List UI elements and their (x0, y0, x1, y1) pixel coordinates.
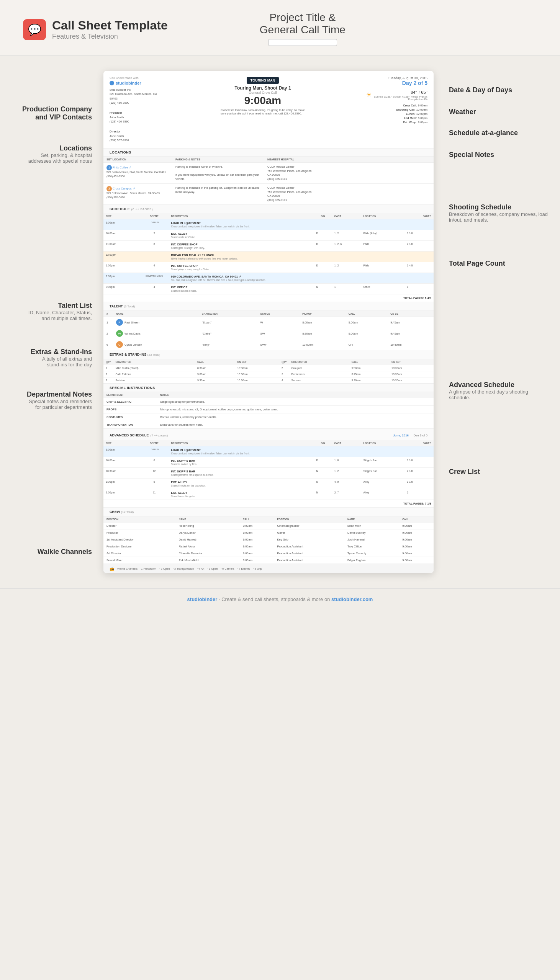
cs-special-col-notes: NOTES (157, 392, 433, 398)
cs-set-notes: Closed set tomorrow. Non-smoking, it's g… (221, 108, 305, 115)
table-row: 1 Mike Curtis (Stuart) 8:30am 10:30am 5 … (103, 365, 433, 371)
cs-shooting-call: Shooting Call: 10:00am (366, 108, 427, 111)
cs-adv-col-cast: CAST (332, 440, 361, 446)
cs-schedule-glance: Crew Call: 9:00am Shooting Call: 10:00am… (366, 104, 427, 124)
cs-crew-5-pos1: Art Director (103, 550, 176, 557)
cs-loc-col-set: SET LOCATION (103, 156, 172, 163)
cs-adv-desc-5: EXT. ALLEY Stuart tunes his guitar. (168, 489, 314, 500)
cs-extras-3-char1: Baristas (113, 377, 195, 384)
cs-extras-3-call1: 9:30am (195, 377, 235, 384)
cs-extras-3-qty2: 4 (279, 377, 289, 384)
cs-est-wrap: Est. Wrap: 8:00pm (366, 121, 427, 124)
cs-loc-2-name: Cross Campus ↗ (113, 187, 135, 190)
cs-sched-desc-6: 929 COLORADO AVE, SANTA MONICA, CA 90401… (168, 273, 314, 284)
cs-crew-5-pos2: Production Assistant (274, 550, 344, 557)
table-row: PROPS Microphones x3, mic stand x3, Dj e… (103, 406, 433, 414)
cs-sched-loc-7: Office (361, 284, 405, 294)
cs-extras-2-qty1: 2 (103, 371, 113, 377)
cs-sched-pages-7: 1 (405, 284, 433, 294)
cs-extras-1-call1: 8:30am (195, 365, 235, 371)
cs-loc-col-hospital: NEAREST HOSPITAL (264, 156, 433, 163)
cs-crew-2-name2: David Buckley (344, 530, 399, 537)
cs-special-4-dept: TRANSPORTATION (103, 421, 157, 429)
cs-adv-scene-3: 12 (140, 468, 169, 478)
cs-crew-1-name2: Brian Moin (344, 523, 399, 530)
cs-crew-1-call1: 9:00am (240, 523, 274, 530)
cs-schedule-pages-note: (6 ++ pages) (132, 208, 153, 211)
cs-talent-2-onset: 9:45am (387, 328, 433, 339)
cs-director-label: Director (110, 130, 159, 134)
footer-text: · Create & send call sheets, stripboards… (219, 596, 330, 602)
cs-special-4-notes: Extra vans for shuttles from hotel. (157, 421, 433, 429)
cs-extras-1-char2: Groupies (289, 365, 349, 371)
cs-brand-name: studiobinder (116, 81, 141, 85)
avatar: P (116, 319, 123, 326)
table-row: 2 Cross Campus ↗ 929 Colorado Ave., Sant… (103, 184, 433, 205)
table-row: 6 CCyrus Jensen "Tony" SWF 10:00am O/T 1… (103, 339, 433, 350)
cs-talent-1-pickup: 8:00am (299, 317, 345, 328)
cs-made-with: Call Sheet made with (110, 76, 159, 80)
cs-adv-total-row: TOTAL PAGES: 7 1/8 (103, 500, 433, 508)
cs-adv-dn-2: D (314, 457, 332, 468)
table-row: 12:00pm BREAK FOR MEAL #1 // LUNCH We're… (103, 251, 433, 262)
cs-sched-loc-2: Philz (Alley) (361, 230, 405, 241)
cs-adv-pages-5: 2 (405, 489, 433, 500)
cs-crew-4-name2: Troy Clifton (344, 543, 399, 550)
cs-walkie-ch2: · 2-Open (159, 567, 170, 570)
cs-crew-3-call1: 9:00am (240, 537, 274, 543)
cs-crew-6-pos2: Production Assistant (274, 557, 344, 564)
cs-sched-col-pages: PAGES (405, 213, 433, 219)
cs-special-2-notes: Microphones x3, mic stand x3, Dj equipme… (157, 406, 433, 414)
cs-adv-dn-5: N (314, 489, 332, 500)
cs-sched-scene-4 (140, 251, 169, 262)
main-content: Production Company and VIP Contacts Loca… (0, 55, 560, 588)
table-row: Producer Darya Danish 9:00am Gaffer Davi… (103, 530, 433, 537)
cs-crew-3-pos1: 1st Assistant Director (103, 537, 176, 543)
cs-temp-high: 84° (411, 90, 417, 95)
table-row: 10:00am 6 INT. SKIPP'S BAR Stuart is inv… (103, 457, 433, 468)
cs-talent-col-call: CALL (345, 311, 388, 317)
cs-walkie-icon: 📻 (110, 566, 114, 571)
cs-sched-scene-3: 6 (140, 241, 169, 251)
cs-adv-scene-1: LOAD IN (140, 446, 169, 457)
cs-lunch: Lunch: 12:00pm (366, 112, 427, 116)
label-special-notes: Special Notes (449, 151, 548, 159)
cs-2nd-meal: 2nd Meal: 6:00pm (366, 116, 427, 120)
cs-special-table: DEPARTMENT NOTES GRIP & ELECTRIC Stage l… (103, 392, 433, 429)
table-row: 2:00pm 21 EXT. ALLEY Stuart tunes his gu… (103, 489, 433, 500)
cs-special-1-notes: Stage light setup for performances. (157, 398, 433, 406)
cs-adv-loc-5: Alley (361, 489, 405, 500)
cs-crew-2-call1: 9:00am (240, 530, 274, 537)
cs-loc-1-hospital: UCLA Medica Center757 Westwood Plaza, Lo… (264, 163, 433, 184)
cs-loc-2-hospital: UCLA Medica Center757 Westwood Plaza, Lo… (264, 184, 433, 205)
table-row: Director Robert King 9:00am Cinematograp… (103, 523, 433, 530)
cs-crew-3-name2: Josh Hammel (344, 537, 399, 543)
cs-temp: 84° / 65° Sunrise 5:23a · Sunset 4:15p ·… (373, 88, 427, 101)
footer-brand2: studiobinder.com (331, 596, 373, 602)
cs-locations-table: SET LOCATION PARKING & NOTES NEAREST HOS… (103, 156, 433, 205)
cs-crew-6-call2: 9:00am (399, 557, 433, 564)
cs-company-phone: (123) 456-7890 (110, 101, 159, 105)
cs-adv-pages: (7 ++ pages) (150, 434, 168, 437)
app-title-block: Call Sheet Template Features & Televisio… (52, 18, 168, 41)
cs-crew-col-name1: NAME (176, 517, 240, 523)
cs-date: Tuesday, August 30, 2015 (366, 76, 427, 80)
cs-header: Call Sheet made with studiobinder Studio… (103, 71, 433, 148)
cs-talent-1-call: 9:00am (345, 317, 388, 328)
cs-general-call-label: General Crew Call (163, 91, 362, 95)
cs-sched-cast-3: 1, 2, 6 (332, 241, 361, 251)
cs-weather-detail: Sunrise 5:23a · Sunset 4:15p · Partial P… (373, 95, 427, 101)
cs-extras-header: EXTRAS & STAND-INS (23 Total) (103, 350, 433, 359)
app-subtitle: Features & Television (52, 33, 168, 41)
cs-talent-2-char: "Claire" (199, 328, 257, 339)
cs-crew-4-call2: 9:00am (399, 543, 433, 550)
cs-adv-desc-1: LOAD IN EQUIPMENT Crew can load in equip… (168, 446, 314, 457)
cs-talent-col-name: NAME (113, 311, 199, 317)
cs-talent-3-num: 6 (103, 339, 113, 350)
cs-walkie-label: Walkie Channels: (117, 567, 138, 570)
app-logo-icon: 💬 (23, 19, 46, 40)
general-call-input[interactable] (268, 39, 337, 46)
cs-loc-1-name: Philz Coffee ↗ (113, 166, 132, 169)
cs-crew-3-name1: David Halweti (176, 537, 240, 543)
cs-talent-3-onset: 10:40am (387, 339, 433, 350)
